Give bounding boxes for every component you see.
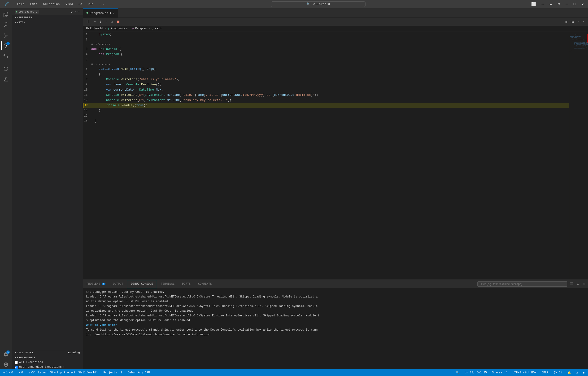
step-over-btn[interactable]: ↷ xyxy=(93,19,97,25)
statusbar-zoom[interactable]: 🔍 xyxy=(454,371,461,375)
code-editor[interactable]: 1 System; 2 0 refere xyxy=(83,32,569,279)
breadcrumb-main[interactable]: Main xyxy=(155,27,161,30)
stop-btn[interactable]: ⏹ xyxy=(115,19,121,25)
minimap: System; namespace HelloWorld { class Pro… xyxy=(569,32,588,279)
all-exceptions-checkbox[interactable] xyxy=(15,361,18,364)
tab-debug-console[interactable]: DEBUG CONSOLE xyxy=(127,280,157,288)
panel-maximize-btn[interactable]: ∧ xyxy=(576,281,580,286)
activity-search[interactable] xyxy=(1,20,11,30)
statusbar-projects[interactable]: Projects: 2 xyxy=(102,371,123,375)
console-line-9: To send text to the target process's sta… xyxy=(86,328,585,332)
step-out-btn[interactable]: ↑ xyxy=(104,19,108,25)
menu-selection[interactable]: Selection xyxy=(41,2,62,6)
debug-console-label: DEBUG CONSOLE xyxy=(131,282,153,286)
code-line-6-hint: 0 references xyxy=(83,62,569,66)
clear-console-btn[interactable]: ☰ xyxy=(569,281,574,286)
code-line-3-hint: 0 references xyxy=(83,42,569,47)
cursor-pos-text: Ln 13, Col 35 xyxy=(465,371,487,374)
statusbar-cursor-position[interactable]: Ln 13, Col 35 xyxy=(463,371,488,375)
statusbar-cpu[interactable]: Debug Any CPU xyxy=(126,371,152,375)
run-config-selector[interactable]: ▶ C#: Launc... xyxy=(15,10,39,14)
panel-tabs-left: PROBLEMS 1 OUTPUT DEBUG CONSOLE TERMINAL… xyxy=(83,280,216,288)
tab-filename: Program.cs xyxy=(90,11,108,15)
run-btn-right[interactable]: ▷ xyxy=(564,19,569,25)
activity-remote[interactable] xyxy=(1,64,11,74)
menu-edit[interactable]: Edit xyxy=(28,2,40,6)
statusbar-errors[interactable]: ⊗ 1 △ 0 xyxy=(2,371,14,375)
call-stack-header[interactable]: ▼ CALL STACK Running xyxy=(12,350,83,355)
activity-run-debug[interactable]: 1 xyxy=(1,41,11,50)
statusbar-layout[interactable]: ⊞ xyxy=(575,371,579,375)
breadcrumb-program[interactable]: Program xyxy=(135,27,147,30)
breakpoints-header[interactable]: ▼ BREAKPOINTS xyxy=(12,355,83,360)
callstack-label: CALL STACK xyxy=(17,351,33,354)
activity-account[interactable] xyxy=(1,360,11,369)
pause-btn[interactable]: ⏸ xyxy=(85,19,92,25)
sidebar: ▶ C#: Launc... ⚙ ··· ▼ VARIABLES ▼ WATCH xyxy=(12,8,83,369)
activity-test[interactable] xyxy=(1,75,11,84)
tab-close-icon[interactable]: ✕ xyxy=(113,11,115,15)
problems-label: PROBLEMS xyxy=(86,282,100,286)
menu-more[interactable]: ... xyxy=(97,2,107,6)
activity-explorer[interactable] xyxy=(1,10,11,19)
statusbar-language[interactable]: {} C# xyxy=(552,371,564,375)
activity-source-control[interactable] xyxy=(1,31,11,40)
titlebar-search[interactable]: 🔍 HelloWorld xyxy=(271,1,366,7)
statusbar-debug-status[interactable]: ◎ C#: Launch Startup Project (HelloWorld… xyxy=(27,371,99,375)
menu-run[interactable]: Run xyxy=(85,2,95,6)
debug-toolbar: ⏸ ↷ ↓ ↑ ↺ ⏹ ▷ ⊟ ··· xyxy=(83,18,588,26)
split-editor-btn[interactable]: ⊟ xyxy=(570,19,575,25)
breakpoint-all-exceptions: All Exceptions xyxy=(12,360,83,365)
filter-input[interactable] xyxy=(477,281,567,287)
variables-section-header[interactable]: ▼ VARIABLES xyxy=(12,15,83,20)
settings-gear-icon[interactable]: ⚙ xyxy=(71,10,73,14)
code-content: 1 System; 2 0 refere xyxy=(83,32,569,279)
tab-comments[interactable]: COMMENTS xyxy=(194,280,216,288)
menu-go[interactable]: Go xyxy=(76,2,85,6)
menu-file[interactable]: File xyxy=(15,2,27,6)
code-line-4-group: 4 ass Program { xyxy=(83,52,569,57)
layout-toggle-btn[interactable]: ⬜ xyxy=(529,1,538,7)
maximize-btn[interactable]: □ xyxy=(572,2,578,7)
menu-view[interactable]: View xyxy=(63,2,75,6)
minimize-btn[interactable]: ─ xyxy=(564,2,570,7)
statusbar-line-ending[interactable]: CRLF xyxy=(540,371,550,375)
more-actions-icon[interactable]: ··· xyxy=(74,10,80,13)
panel-close-btn[interactable]: ✕ xyxy=(582,281,586,286)
breadcrumb-icon-2: ⊕ xyxy=(132,27,134,30)
statusbar-sync2[interactable]: ↻ xyxy=(582,371,586,375)
more-btn[interactable]: ··· xyxy=(577,19,586,25)
panel-toggle-btn[interactable]: ▬ xyxy=(548,2,554,7)
statusbar-encoding[interactable]: UTF-8 with BOM xyxy=(511,371,538,375)
restart-btn[interactable]: ↺ xyxy=(109,19,114,25)
breadcrumb-helloworld[interactable]: HelloWorld xyxy=(86,27,103,30)
breadcrumb: HelloWorld › ◈ Program.cs › ⊕ Program › … xyxy=(83,26,588,32)
tab-ports[interactable]: PORTS xyxy=(178,280,194,288)
code-line-6-group: 0 references 6 static void Main(string[]… xyxy=(83,62,569,72)
activity-settings[interactable]: 1 xyxy=(1,350,11,359)
layout-options-btn[interactable]: ⊞ xyxy=(556,1,562,7)
breadcrumb-programcs[interactable]: Program.cs xyxy=(111,27,128,30)
sidebar-toggle-btn[interactable]: ▭ xyxy=(540,1,546,7)
close-btn[interactable]: ✕ xyxy=(579,1,586,7)
tab-output[interactable]: OUTPUT xyxy=(109,280,127,288)
user-unhandled-checkbox[interactable] xyxy=(15,365,18,369)
statusbar-notifications[interactable]: 🔔 xyxy=(566,371,572,375)
run-icon: ▶ xyxy=(16,10,18,13)
console-line-2: Loaded 'C:\Program Files\dotnet\shared\M… xyxy=(86,294,585,299)
titlebar: File Edit Selection View Go Run ... 🔍 He… xyxy=(0,0,588,8)
statusbar-sync[interactable]: ⚡ 0 xyxy=(17,371,24,375)
titlebar-menu: File Edit Selection View Go Run ... xyxy=(15,2,107,6)
statusbar-indentation[interactable]: Spaces: 4 xyxy=(491,371,509,375)
tab-bar: ● Program.cs 1 ✕ xyxy=(83,8,588,18)
tab-problems[interactable]: PROBLEMS 1 xyxy=(83,280,109,288)
activity-extensions[interactable] xyxy=(1,51,11,61)
program-cs-tab[interactable]: ● Program.cs 1 ✕ xyxy=(83,8,118,18)
tab-terminal[interactable]: TERMINAL xyxy=(157,280,178,288)
watch-section-header[interactable]: ▼ WATCH xyxy=(12,20,83,25)
step-into-btn[interactable]: ↓ xyxy=(98,19,103,25)
console-line-5: is optimized and the debugger option 'Ju… xyxy=(86,309,585,313)
titlebar-search-text: HelloWorld xyxy=(311,2,330,6)
console-line-1: the debugger option 'Just My Code' is en… xyxy=(86,290,585,294)
code-line-7: 7 { xyxy=(83,72,569,77)
